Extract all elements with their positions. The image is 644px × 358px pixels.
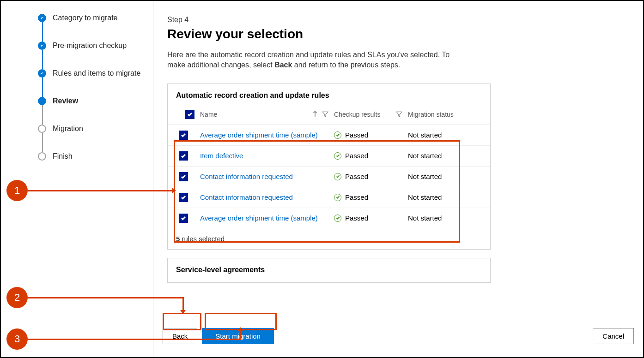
step-label: Finish: [53, 152, 73, 161]
rule-name-link[interactable]: Contact information requested: [200, 173, 293, 180]
annotation-badge-3: 3: [6, 328, 28, 350]
check-circle-icon: [334, 173, 341, 180]
migration-status: Not started: [408, 152, 442, 160]
step-label: Pre-migration checkup: [53, 42, 127, 50]
rule-name-link[interactable]: Average order shipment time (sample): [200, 214, 318, 222]
sla-panel-title: Service-level agreements: [168, 258, 490, 282]
table-row: Average order shipment time (sample) Pas…: [168, 125, 490, 145]
page-title: Review your selection: [167, 27, 625, 42]
check-circle-icon: [38, 42, 46, 50]
annotation-line-1: [28, 190, 172, 191]
step-label: Migration: [53, 125, 83, 133]
step-category-to-migrate[interactable]: Category to migrate: [38, 14, 153, 22]
check-circle-icon: [38, 14, 46, 22]
row-checkbox[interactable]: [179, 193, 188, 202]
check-circle-icon: [334, 131, 341, 139]
check-circle-icon: [334, 215, 341, 222]
checkup-text: Passed: [345, 214, 368, 222]
migration-status: Not started: [408, 193, 442, 201]
main-content: Step 4 Review your selection Here are th…: [153, 1, 643, 357]
step-rules-and-items[interactable]: Rules and items to migrate: [38, 69, 153, 78]
row-checkbox[interactable]: [179, 172, 188, 181]
check-circle-icon: [334, 194, 341, 201]
intro-text: Here are the automatic record creation a…: [167, 50, 454, 71]
annotation-line-3h: [28, 339, 240, 340]
intro-bold: Back: [274, 61, 292, 69]
rule-name-link[interactable]: Item defective: [200, 152, 243, 160]
checkup-result: Passed: [334, 193, 402, 201]
column-header-name[interactable]: Name: [197, 104, 331, 125]
step-label: Category to migrate: [53, 14, 118, 22]
footer-buttons: Back Start migration Cancel: [163, 328, 634, 344]
rules-panel: Automatic record creation and update rul…: [167, 84, 491, 250]
annotation-line-2v: [182, 297, 184, 310]
checkup-result: Passed: [334, 131, 402, 139]
summary-text: rules selected: [180, 235, 225, 243]
column-label: Name: [200, 111, 217, 118]
migration-status: Not started: [408, 214, 442, 222]
sort-ascending-icon[interactable]: [312, 111, 318, 117]
row-checkbox[interactable]: [179, 131, 188, 140]
checkup-result: Passed: [334, 214, 402, 222]
rules-summary: 5 rules selected: [168, 228, 490, 249]
sla-panel: Service-level agreements: [167, 258, 491, 283]
step-migration[interactable]: Migration: [38, 125, 153, 133]
annotation-line-2h: [28, 297, 183, 298]
column-label: Migration status: [408, 111, 454, 118]
row-checkbox[interactable]: [179, 151, 188, 161]
rules-panel-title: Automatic record creation and update rul…: [168, 84, 490, 104]
column-header-status[interactable]: Migration status: [405, 104, 490, 125]
checkup-result: Passed: [334, 152, 402, 160]
annotation-badge-2: 2: [6, 287, 28, 308]
column-header-checkup[interactable]: Checkup results: [331, 104, 405, 125]
rule-name-link[interactable]: Contact information requested: [200, 193, 293, 201]
annotation-line-3v: [240, 331, 241, 340]
rules-table: Name Checkup results: [168, 104, 490, 228]
checkup-text: Passed: [345, 173, 368, 180]
back-button[interactable]: Back: [163, 328, 197, 344]
table-row: Average order shipment time (sample) Pas…: [168, 208, 490, 228]
check-circle-icon: [38, 69, 46, 78]
step-review[interactable]: Review: [38, 97, 153, 105]
filter-icon[interactable]: [322, 111, 328, 117]
annotation-badge-1: 1: [6, 180, 28, 201]
column-label: Checkup results: [334, 111, 380, 118]
current-step-icon: [38, 97, 46, 105]
intro-post: and return to the previous steps.: [292, 61, 400, 69]
step-pre-migration-checkup[interactable]: Pre-migration checkup: [38, 42, 153, 50]
cancel-button[interactable]: Cancel: [593, 328, 634, 344]
step-number: Step 4: [167, 16, 625, 24]
checkup-result: Passed: [334, 173, 402, 180]
step-finish[interactable]: Finish: [38, 152, 153, 161]
todo-step-icon: [38, 152, 46, 161]
checkup-text: Passed: [345, 131, 368, 139]
rule-name-link[interactable]: Average order shipment time (sample): [200, 131, 318, 139]
table-row: Contact information requested Passed Not…: [168, 166, 490, 187]
filter-icon[interactable]: [396, 111, 402, 117]
table-row: Item defective Passed Not started: [168, 145, 490, 166]
step-label: Review: [53, 97, 78, 105]
migration-status: Not started: [408, 173, 442, 180]
todo-step-icon: [38, 125, 46, 133]
table-row: Contact information requested Passed Not…: [168, 187, 490, 208]
checkup-text: Passed: [345, 152, 368, 160]
check-circle-icon: [334, 152, 341, 160]
annotation-arrow-3: [237, 327, 243, 331]
row-checkbox[interactable]: [179, 214, 188, 223]
checkup-text: Passed: [345, 193, 368, 201]
select-all-checkbox[interactable]: [185, 110, 194, 119]
step-label: Rules and items to migrate: [53, 69, 140, 78]
migration-status: Not started: [408, 131, 442, 139]
